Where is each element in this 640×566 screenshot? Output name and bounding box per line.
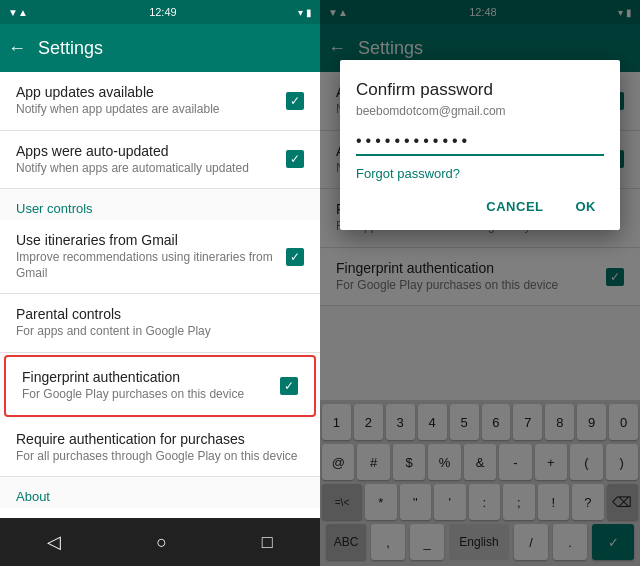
left-nav-bar: ◁ ○ □	[0, 518, 320, 566]
item-title: Parental controls	[16, 306, 304, 322]
key-comma[interactable]: ,	[371, 524, 405, 560]
item-title: Fingerprint authentication	[336, 260, 606, 276]
left-item-require-auth[interactable]: Require authentication for purchases For…	[0, 419, 320, 478]
key-2[interactable]: 2	[354, 404, 383, 440]
item-subtitle: For Google Play purchases on this device	[22, 387, 280, 403]
right-checkbox-fingerprint	[606, 268, 624, 286]
key-dquote[interactable]: "	[400, 484, 432, 520]
key-9[interactable]: 9	[577, 404, 606, 440]
key-dot[interactable]: .	[553, 524, 587, 560]
checkbox-gmail[interactable]	[286, 248, 304, 266]
section-about: About	[0, 477, 320, 508]
key-done[interactable]: ✓	[592, 524, 634, 560]
key-amp[interactable]: &	[464, 444, 496, 480]
key-semicolon[interactable]: ;	[503, 484, 535, 520]
right-status-left: ▼▲	[328, 7, 348, 18]
cancel-button[interactable]: CANCEL	[478, 195, 551, 218]
key-at[interactable]: @	[322, 444, 354, 480]
key-4[interactable]: 4	[418, 404, 447, 440]
key-english[interactable]: English	[449, 524, 509, 560]
key-rparen[interactable]: )	[606, 444, 638, 480]
key-hash[interactable]: #	[357, 444, 389, 480]
item-subtitle: For Google Play purchases on this device	[336, 278, 606, 294]
ok-button[interactable]: OK	[568, 195, 605, 218]
checkbox-auto-updated[interactable]	[286, 150, 304, 168]
keyboard-row-1: 1 2 3 4 5 6 7 8 9 0	[322, 404, 638, 440]
keyboard-row-3: =\< * " ' : ; ! ? ⌫	[322, 484, 638, 520]
left-toolbar-title: Settings	[38, 38, 103, 59]
dialog-input-row[interactable]	[356, 132, 604, 156]
left-item-auto-updated[interactable]: Apps were auto-updated Notify when apps …	[0, 131, 320, 190]
confirm-password-dialog: Confirm password beebomdotcom@gmail.com …	[340, 60, 620, 230]
key-8[interactable]: 8	[545, 404, 574, 440]
left-item-fingerprint[interactable]: Fingerprint authentication For Google Pl…	[4, 355, 316, 417]
key-minus[interactable]: -	[499, 444, 531, 480]
left-item-licenses[interactable]: Open source licenses License details for…	[0, 508, 320, 518]
keyboard-bottom-row: ABC , _ English / . ✓	[322, 524, 638, 560]
key-equals-backslash[interactable]: =\<	[322, 484, 362, 520]
key-underscore[interactable]: _	[410, 524, 444, 560]
keyboard-row-2: @ # $ % & - + ( )	[322, 444, 638, 480]
forgot-password-link[interactable]: Forgot password?	[356, 166, 604, 181]
key-squote[interactable]: '	[434, 484, 466, 520]
dialog-email: beebomdotcom@gmail.com	[356, 104, 604, 118]
right-toolbar-title: Settings	[358, 38, 423, 59]
right-wifi-icon: ▾	[618, 7, 623, 18]
checkbox-fingerprint[interactable]	[280, 377, 298, 395]
item-subtitle: Notify when apps are automatically updat…	[16, 161, 286, 177]
key-percent[interactable]: %	[428, 444, 460, 480]
left-item-app-updates[interactable]: App updates available Notify when app up…	[0, 72, 320, 131]
left-toolbar: ← Settings	[0, 24, 320, 72]
password-input[interactable]	[356, 132, 604, 154]
key-plus[interactable]: +	[535, 444, 567, 480]
key-abc[interactable]: ABC	[326, 524, 366, 560]
item-title: Apps were auto-updated	[16, 143, 286, 159]
section-user-controls: User controls	[0, 189, 320, 220]
left-status-icons: ▾ ▮	[298, 7, 312, 18]
item-subtitle: Improve recommendations using itinerarie…	[16, 250, 286, 281]
item-title: Require authentication for purchases	[16, 431, 304, 447]
nav-back-icon[interactable]: ◁	[35, 519, 73, 565]
left-panel: ▼▲ 12:49 ▾ ▮ ← Settings App updates avai…	[0, 0, 320, 566]
left-item-parental[interactable]: Parental controls For apps and content i…	[0, 294, 320, 353]
dialog-actions: CANCEL OK	[356, 195, 604, 218]
item-title: App updates available	[16, 84, 286, 100]
key-slash[interactable]: /	[514, 524, 548, 560]
key-colon[interactable]: :	[469, 484, 501, 520]
right-back-button[interactable]: ←	[328, 38, 346, 59]
key-star[interactable]: *	[365, 484, 397, 520]
right-battery-icon: ▮	[626, 7, 632, 18]
right-time: 12:48	[469, 6, 497, 18]
item-title: Fingerprint authentication	[22, 369, 280, 385]
key-dollar[interactable]: $	[393, 444, 425, 480]
keyboard: 1 2 3 4 5 6 7 8 9 0 @ # $ % & - + ( ) =\…	[320, 400, 640, 566]
key-exclaim[interactable]: !	[538, 484, 570, 520]
dialog-title: Confirm password	[356, 80, 604, 100]
checkbox-app-updates[interactable]	[286, 92, 304, 110]
left-status-left: ▼▲	[8, 7, 28, 18]
item-subtitle: For apps and content in Google Play	[16, 324, 304, 340]
key-3[interactable]: 3	[386, 404, 415, 440]
key-1[interactable]: 1	[322, 404, 351, 440]
right-status-icons: ▾ ▮	[618, 7, 632, 18]
item-subtitle: Notify when app updates are available	[16, 102, 286, 118]
item-subtitle: For all purchases through Google Play on…	[16, 449, 304, 465]
left-back-button[interactable]: ←	[8, 38, 26, 59]
key-5[interactable]: 5	[450, 404, 479, 440]
right-item-fingerprint: Fingerprint authentication For Google Pl…	[320, 248, 640, 307]
key-7[interactable]: 7	[513, 404, 542, 440]
right-signal-icon: ▼▲	[328, 7, 348, 18]
key-question[interactable]: ?	[572, 484, 604, 520]
backspace-key[interactable]: ⌫	[607, 484, 639, 520]
left-item-gmail[interactable]: Use itineraries from Gmail Improve recom…	[0, 220, 320, 294]
left-time: 12:49	[149, 6, 177, 18]
key-lparen[interactable]: (	[570, 444, 602, 480]
left-status-bar: ▼▲ 12:49 ▾ ▮	[0, 0, 320, 24]
battery-icon: ▮	[306, 7, 312, 18]
right-status-bar: ▼▲ 12:48 ▾ ▮	[320, 0, 640, 24]
key-6[interactable]: 6	[482, 404, 511, 440]
nav-square-icon[interactable]: □	[250, 520, 285, 565]
key-0[interactable]: 0	[609, 404, 638, 440]
wifi-icon: ▾	[298, 7, 303, 18]
nav-home-icon[interactable]: ○	[144, 520, 179, 565]
